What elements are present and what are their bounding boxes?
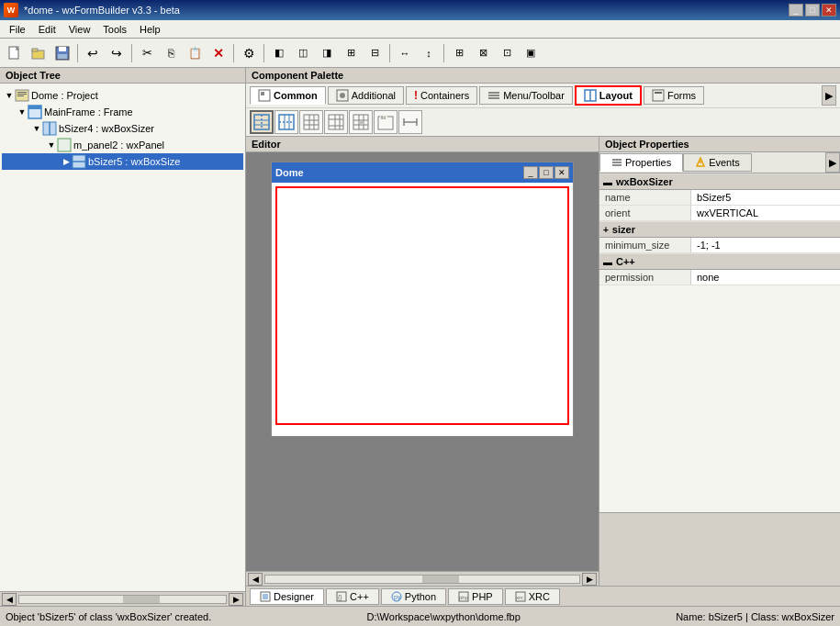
redo-button[interactable]: ↪ (106, 42, 128, 64)
svg-text:{}: {} (338, 594, 342, 601)
tab-forms[interactable]: Forms (644, 86, 704, 105)
grid-button4[interactable]: ▣ (520, 42, 542, 64)
tree-toggle-mpanel2[interactable]: ▼ (46, 140, 57, 151)
menu-file[interactable]: File (4, 22, 31, 37)
palette-scroll-arrow[interactable]: ▶ (822, 85, 836, 106)
tab-common[interactable]: Common (250, 86, 326, 105)
boxsizer-h-button[interactable] (274, 110, 298, 134)
align-bottom-button[interactable]: ⊟ (364, 42, 386, 64)
tab-containers[interactable]: ! Containers (406, 86, 477, 105)
spacer-button[interactable] (398, 110, 422, 134)
grid-button2[interactable]: ⊠ (472, 42, 494, 64)
tab-layout[interactable]: Layout (575, 85, 642, 106)
cut-button[interactable]: ✂ (136, 42, 158, 64)
prop-group-cpp: ▬ C++ (599, 253, 840, 270)
prop-value-name[interactable]: bSizer5 (691, 190, 840, 205)
tree-item-bsizer4[interactable]: ▼ bSizer4 : wxBoxSizer (2, 120, 243, 137)
prop-group-wxboxsizer-toggle[interactable]: ▬ (603, 177, 612, 187)
editor-scroll-left[interactable]: ◀ (248, 573, 263, 586)
prop-value-minsize[interactable]: -1; -1 (691, 238, 840, 252)
align-left-button[interactable]: ◧ (268, 42, 290, 64)
prop-row-name: name bSizer5 (599, 190, 840, 206)
tree-toggle-bsizer5[interactable]: ▶ (61, 156, 72, 167)
tree-toggle-dome[interactable]: ▼ (4, 90, 15, 101)
tab-cpp[interactable]: {} C++ (326, 588, 379, 605)
align-right-button[interactable]: ◨ (316, 42, 338, 64)
scroll-right-arrow[interactable]: ▶ (229, 593, 243, 606)
python-tab-label: Python (405, 591, 436, 602)
boxsizer-v-button[interactable] (250, 110, 274, 134)
tab-designer[interactable]: Designer (250, 588, 324, 605)
staticsizer-button[interactable]: lbl (374, 110, 398, 134)
minimize-button[interactable]: _ (789, 4, 803, 17)
prop-group-cpp-toggle[interactable]: ▬ (603, 257, 612, 267)
properties-tab-label: Properties (625, 157, 671, 168)
scroll-track[interactable] (18, 595, 227, 604)
canvas-close[interactable]: ✕ (554, 166, 569, 179)
gridbagsizer-button[interactable] (349, 110, 373, 134)
tab-php[interactable]: php PHP (448, 588, 503, 605)
canvas-maximize[interactable]: □ (539, 166, 554, 179)
expand-v-button[interactable]: ↕ (418, 42, 440, 64)
menu-edit[interactable]: Edit (33, 22, 62, 37)
menu-help[interactable]: Help (134, 22, 166, 37)
undo-button[interactable]: ↩ (82, 42, 104, 64)
expand-h-button[interactable]: ↔ (394, 42, 416, 64)
tree-item-dome[interactable]: ▼ Dome : Project (2, 87, 243, 104)
cpp-tab-icon: {} (336, 591, 347, 602)
save-button[interactable] (51, 42, 73, 64)
tree-item-mainframe[interactable]: ▼ MainFrame : Frame (2, 104, 243, 120)
open-button[interactable] (28, 42, 50, 64)
editor-content[interactable]: Dome _ □ ✕ (246, 152, 599, 571)
menutoolbar-tab-label: Menu/Toolbar (503, 90, 565, 101)
tab-events[interactable]: Events (683, 153, 752, 172)
tree-item-mpanel2[interactable]: ▼ m_panel2 : wxPanel (2, 137, 243, 153)
tree-toggle-mainframe[interactable]: ▼ (17, 106, 28, 117)
editor-panel: Editor Dome _ □ ✕ (246, 137, 599, 586)
tree-item-bsizer5[interactable]: ▶ bSizer5 : wxBoxSize (2, 153, 243, 170)
tab-python[interactable]: py Python (381, 588, 446, 605)
gridsizer-button[interactable] (299, 110, 323, 134)
svg-rect-18 (261, 92, 264, 95)
tree-scrollbar: ◀ ▶ (0, 591, 245, 606)
grid-button3[interactable]: ⊡ (496, 42, 518, 64)
align-center-button[interactable]: ◫ (292, 42, 314, 64)
component-palette: Component Palette Common Additional ! Co… (246, 68, 840, 137)
separator-1 (77, 44, 78, 62)
tab-properties[interactable]: Properties (599, 153, 683, 172)
menu-bar: File Edit View Tools Help (0, 20, 840, 39)
maximize-button[interactable]: □ (805, 4, 820, 17)
menu-tools[interactable]: Tools (97, 22, 132, 37)
canvas-minimize[interactable]: _ (523, 166, 538, 179)
menu-view[interactable]: View (63, 22, 96, 37)
close-button[interactable]: ✕ (822, 4, 836, 17)
tree-toggle-bsizer4[interactable]: ▼ (31, 123, 42, 134)
boxsizer-h-icon (277, 113, 296, 131)
prop-group-sizer-toggle[interactable]: + (603, 225, 609, 235)
scroll-left-arrow[interactable]: ◀ (2, 593, 17, 606)
paste-button[interactable]: 📋 (184, 42, 206, 64)
settings-button[interactable]: ⚙ (238, 42, 260, 64)
prop-value-permission[interactable]: none (691, 270, 840, 285)
editor-scroll-right[interactable]: ▶ (582, 573, 597, 586)
editor-scroll-track[interactable] (264, 575, 580, 584)
php-tab-label: PHP (472, 591, 493, 602)
editor-canvas: Dome _ □ ✕ (271, 162, 574, 437)
prop-value-orient[interactable]: wxVERTICAL (691, 206, 840, 220)
tab-additional[interactable]: Additional (328, 86, 404, 105)
grid-button1[interactable]: ⊞ (448, 42, 470, 64)
title-text: *dome - wxFormBuilder v3.3 - beta (24, 5, 180, 16)
prop-tab-arrow[interactable]: ▶ (825, 152, 840, 173)
separator-3 (233, 44, 234, 62)
svg-text:php: php (459, 595, 469, 600)
title-bar: W *dome - wxFormBuilder v3.3 - beta _ □ … (0, 0, 840, 20)
prop-name-minsize: minimum_size (599, 238, 691, 252)
flexgridsizer-button[interactable] (324, 110, 348, 134)
tab-xrc[interactable]: xrc XRC (505, 588, 560, 605)
delete-button[interactable]: ✕ (207, 42, 230, 64)
tab-menutoolbar[interactable]: Menu/Toolbar (479, 86, 573, 105)
new-button[interactable] (4, 42, 26, 64)
copy-button[interactable]: ⎘ (160, 42, 182, 64)
align-top-button[interactable]: ⊞ (340, 42, 362, 64)
additional-tab-icon (336, 89, 349, 102)
